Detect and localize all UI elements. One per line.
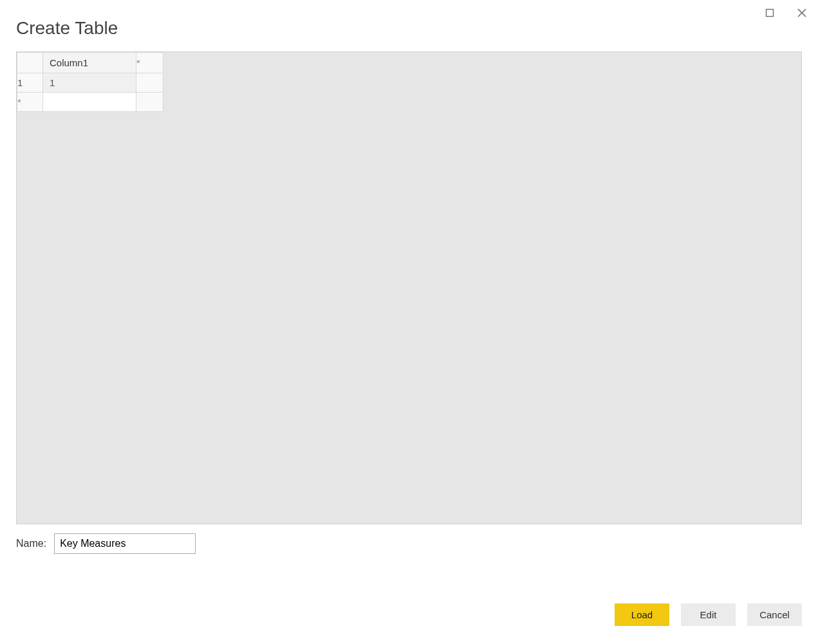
new-row-add-col-cell[interactable] [136, 93, 163, 112]
maximize-icon [765, 8, 774, 17]
maximize-button[interactable] [760, 5, 779, 21]
data-grid-area[interactable]: Column1 * 1 1 * [16, 51, 802, 524]
edit-button[interactable]: Edit [681, 603, 736, 626]
svg-rect-0 [767, 9, 774, 16]
new-row-cell[interactable] [43, 93, 136, 112]
row-add-col-cell[interactable] [136, 73, 163, 93]
new-row-marker[interactable]: * [17, 93, 43, 112]
cancel-button[interactable]: Cancel [747, 603, 802, 626]
close-icon [797, 8, 806, 17]
data-grid[interactable]: Column1 * 1 1 * [17, 52, 163, 112]
row-number[interactable]: 1 [17, 73, 43, 93]
add-column-header[interactable]: * [136, 53, 163, 73]
close-button[interactable] [792, 5, 812, 21]
load-button[interactable]: Load [615, 603, 669, 626]
name-input[interactable] [54, 533, 196, 554]
name-label: Name: [16, 538, 46, 549]
dialog-title: Create Table [0, 0, 818, 51]
corner-header [17, 53, 43, 73]
column-header[interactable]: Column1 [43, 53, 136, 73]
data-cell[interactable]: 1 [43, 73, 136, 93]
